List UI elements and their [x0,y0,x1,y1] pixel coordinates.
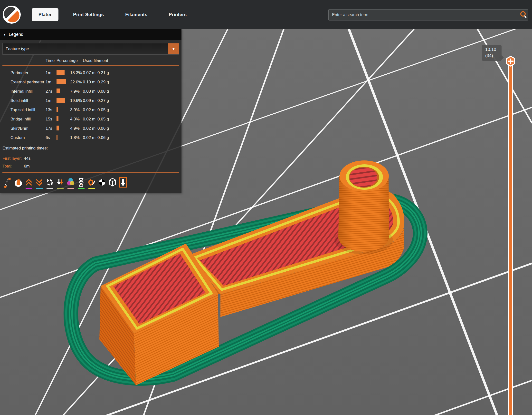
percentage-bar [57,89,60,93]
feature-used-g: 0.27 g [97,98,112,103]
legend-row: Skirt/Brim17s4.9%0.02 m0.06 g [2,124,180,133]
feature-time: 17s [46,126,57,131]
feature-percent: 1.8% [70,135,83,140]
feature-label: Internal infill [10,89,46,94]
col-percentage: Percentage [57,58,83,63]
view-mode-value: Feature type [3,47,29,51]
tool-changes-icon[interactable] [55,176,65,190]
color-changes-icon[interactable] [65,176,76,190]
feature-time: 27s [46,89,57,94]
tab-filaments[interactable]: Filaments [118,8,154,21]
feature-used-g: 0.05 g [97,117,112,122]
feature-percent: 4.9% [70,126,83,131]
legend-panel: ▼ Legend Feature type ▼ Time Percentage … [0,29,181,193]
feature-percent: 19.6% [70,98,83,103]
feature-time: 6s [46,135,57,140]
first-layer-label: First layer: [2,156,24,161]
feature-used-m: 0.02 m [83,126,97,131]
feature-label: Perimeter [10,70,46,75]
percentage-bar [57,98,65,103]
percentage-bar [57,79,66,84]
slicer-app: PlaterPrint SettingsFilamentsPrinters ▼ … [0,0,532,415]
view-mode-select[interactable]: Feature type ▼ [2,43,179,55]
legend-row: Custom6s1.8%0.02 m0.06 g [2,133,180,142]
first-layer-row: First layer: 44s [2,156,179,161]
wipe-icon[interactable] [13,176,23,190]
layer-slider-track[interactable] [508,64,513,415]
seams-icon[interactable] [44,176,55,190]
tab-plater[interactable]: Plater [32,8,58,21]
percentage-bar [57,135,57,140]
travel-paths-icon[interactable] [2,176,13,190]
divider [2,65,179,66]
feature-time: 1m [46,98,57,103]
top-bar: PlaterPrint SettingsFilamentsPrinters [0,0,532,29]
feature-label: Custom [10,135,46,140]
feature-label: Top solid infill [10,108,46,112]
legend-title: Legend [9,32,23,37]
pause-prints-icon[interactable] [76,176,86,190]
search-icon[interactable] [520,11,527,19]
col-time: Time [46,58,57,63]
feature-used-g: 0.08 g [97,89,112,94]
legend-row: Internal infill27s7.9%0.03 m0.08 g [2,87,180,96]
first-layer-value: 44s [24,156,30,161]
feature-used-g: 0.06 g [97,135,112,140]
feature-used-m: 0.03 m [83,89,97,94]
feature-time: 13s [46,108,57,112]
feature-used-g: 0.06 g [97,126,112,131]
chevron-down-icon: ▼ [172,47,175,51]
feature-percent: 4.3% [70,117,83,122]
legend-row: Perimeter1m18.3%0.07 m0.21 g [2,68,180,78]
percentage-bar [57,116,58,121]
custom-gcodes-icon[interactable] [86,176,97,190]
retractions-icon[interactable] [23,176,34,190]
layer-height-value: 10.10 [485,47,502,53]
total-value: 6m [24,164,30,169]
total-label: Total: [2,164,24,169]
main-tabs: PlaterPrint SettingsFilamentsPrinters [32,0,193,29]
legend-column-headers: Time Percentage Used filament [2,58,180,65]
legend-toolbar [2,173,180,190]
feature-label: External perimeter [10,80,46,85]
tab-print-settings[interactable]: Print Settings [66,8,111,21]
feature-percent: 22.0% [70,80,83,85]
slicer-logo-icon[interactable] [2,5,21,24]
feature-used-m: 0.02 m [83,108,97,112]
shells-icon[interactable] [107,176,118,190]
feature-percent: 7.9% [70,89,83,94]
feature-percent: 18.3% [70,70,83,75]
model-cylinder [334,160,393,254]
legend-header[interactable]: ▼ Legend [0,29,181,40]
col-used-filament: Used filament [83,58,112,63]
feature-time: 1m [46,70,57,75]
percentage-bar [57,70,65,75]
feature-percent: 3.9% [70,108,83,112]
feature-used-g: 0.29 g [97,80,112,85]
tool-marker-icon[interactable] [118,176,128,190]
layer-slider-handle[interactable] [505,56,516,67]
legend-row: Bridge infill15s4.3%0.02 m0.05 g [2,115,180,124]
feature-used-m: 0.07 m [83,70,97,75]
center-of-gravity-icon[interactable] [97,176,107,190]
deretractions-icon[interactable] [34,176,44,190]
estimated-times-title: Estimated printing times: [2,146,179,151]
feature-used-g: 0.21 g [97,70,112,75]
tab-printers[interactable]: Printers [162,8,193,21]
feature-label: Skirt/Brim [10,126,46,131]
legend-row: Top solid infill13s3.9%0.02 m0.05 g [2,105,180,115]
divider [2,153,179,153]
legend-row: External perimeter1m22.0%0.10 m0.29 g [2,78,180,87]
feature-time: 15s [46,117,57,122]
total-row: Total: 6m [2,164,179,169]
feature-used-g: 0.05 g [97,108,112,112]
divider [2,172,179,173]
dropdown-button[interactable]: ▼ [168,43,179,54]
legend-row: Solid infill1m19.6%0.09 m0.27 g [2,96,180,105]
layer-tooltip: 10.10 (34) [482,45,502,61]
search-input[interactable] [329,12,520,17]
feature-used-m: 0.02 m [83,135,97,140]
feature-label: Solid infill [10,98,46,103]
legend-rows: Perimeter1m18.3%0.07 m0.21 gExternal per… [2,66,180,143]
search-box [328,9,528,20]
